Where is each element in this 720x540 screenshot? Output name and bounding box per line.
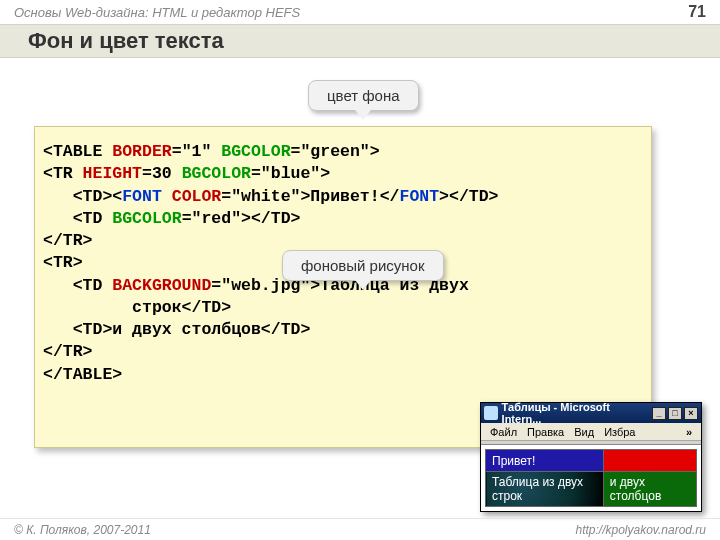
copyright: © К. Поляков, 2007-2011 xyxy=(14,523,151,537)
breadcrumb: Основы Web-дизайна: HTML и редактор HEFS xyxy=(14,5,300,20)
page-title: Фон и цвет текста xyxy=(28,28,224,54)
menu-overflow-icon[interactable]: » xyxy=(681,426,697,438)
preview-table: Привет! Таблица из двух строк и двух сто… xyxy=(485,449,697,507)
minimize-button[interactable]: _ xyxy=(652,407,666,420)
table-row xyxy=(603,450,696,472)
page-number: 71 xyxy=(688,3,706,21)
table-row: Таблица из двух строк xyxy=(486,472,604,507)
header: Основы Web-дизайна: HTML и редактор HEFS… xyxy=(0,0,720,24)
browser-menu: Файл Правка Вид Избра » xyxy=(481,423,701,441)
footer: © К. Поляков, 2007-2011 http://kpolyakov… xyxy=(0,518,720,540)
close-button[interactable]: × xyxy=(684,407,698,420)
menu-view[interactable]: Вид xyxy=(569,426,599,438)
title-bar: Фон и цвет текста xyxy=(0,24,720,58)
menu-edit[interactable]: Правка xyxy=(522,426,569,438)
ie-icon xyxy=(484,406,498,420)
callout-background: фоновый рисунок xyxy=(282,250,444,281)
menu-file[interactable]: Файл xyxy=(485,426,522,438)
callout-bgcolor: цвет фона xyxy=(308,80,419,111)
maximize-button[interactable]: □ xyxy=(668,407,682,420)
code-block: <TABLE BORDER="1" BGCOLOR="green"> <TR H… xyxy=(34,126,652,448)
browser-window: Таблицы - Microsoft Intern... _ □ × Файл… xyxy=(480,402,702,512)
footer-url: http://kpolyakov.narod.ru xyxy=(575,523,706,537)
browser-titlebar: Таблицы - Microsoft Intern... _ □ × xyxy=(481,403,701,423)
table-row: и двух столбцов xyxy=(603,472,696,507)
menu-fav[interactable]: Избра xyxy=(599,426,640,438)
browser-content: Привет! Таблица из двух строк и двух сто… xyxy=(481,445,701,511)
window-title: Таблицы - Microsoft Intern... xyxy=(502,401,648,425)
table-row: Привет! xyxy=(486,450,604,472)
